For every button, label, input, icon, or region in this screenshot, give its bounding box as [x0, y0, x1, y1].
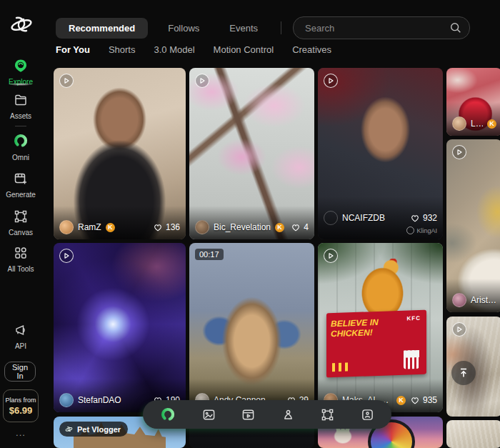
video-card-galaxy[interactable]: StefanDAO 190: [54, 243, 186, 412]
sidebar-item-explore[interactable]: Explore: [0, 59, 41, 86]
scroll-to-top-button[interactable]: [451, 361, 476, 385]
subnav-3-0-model[interactable]: 3.0 Model: [154, 44, 194, 57]
sidebar-label: Generate: [0, 191, 41, 199]
sidebar: Explore Assets Omni Ge: [0, 0, 41, 448]
like-button[interactable]: 932: [410, 213, 437, 223]
play-icon[interactable]: [195, 74, 209, 88]
like-button[interactable]: 935: [410, 395, 437, 405]
sidebar-label: All Tools: [0, 265, 41, 273]
sidebar-divider: [15, 126, 26, 126]
kfc-bucket-shape: [404, 350, 419, 369]
video-icon: [241, 408, 255, 422]
video-card-dog[interactable]: 00:17 Andy Cannon 29: [189, 243, 314, 412]
plans-button[interactable]: Plans from $6.99: [3, 389, 39, 422]
video-generation-button[interactable]: [241, 408, 255, 422]
character-icon: [281, 408, 295, 422]
like-count: 136: [166, 222, 180, 232]
explore-pin-icon: [14, 59, 28, 73]
avatar[interactable]: [59, 220, 74, 234]
tab-recommended[interactable]: Recommended: [56, 18, 148, 39]
search-icon[interactable]: [449, 21, 462, 34]
card-footer: LOVA K: [446, 102, 500, 136]
avatar[interactable]: [195, 220, 209, 234]
kling-logo-icon[interactable]: [7, 10, 36, 39]
username[interactable]: RamZ: [78, 222, 101, 232]
avatar[interactable]: [59, 393, 74, 407]
sidebar-more-button[interactable]: ...: [0, 427, 41, 438]
username[interactable]: NCAIFZDB: [342, 213, 385, 223]
subnav-creatives[interactable]: Creatives: [292, 44, 331, 57]
sidebar-item-all-tools[interactable]: All Tools: [0, 246, 41, 273]
video-card-fur-2[interactable]: [446, 420, 500, 448]
generate-icon: [14, 171, 28, 186]
like-count: 932: [423, 213, 437, 223]
sidebar-item-api[interactable]: API: [0, 323, 41, 350]
play-icon[interactable]: [452, 322, 466, 337]
username[interactable]: LOVA: [471, 119, 483, 129]
play-icon[interactable]: [452, 145, 466, 159]
tab-events[interactable]: Events: [219, 18, 268, 39]
username[interactable]: StefanDAO: [78, 395, 121, 405]
sidebar-item-omni[interactable]: Omni: [0, 133, 41, 161]
video-card-kfc[interactable]: BELIEVE IN CHICKEN! KFC Maks_AI_Creator …: [318, 243, 443, 412]
kling-creator-badge-icon: K: [106, 223, 115, 232]
pet-vlogger-tag[interactable]: Pet Vlogger: [59, 422, 128, 437]
card-footer: Bic_Revelation K 4: [189, 206, 314, 239]
play-icon[interactable]: [59, 249, 74, 263]
character-button[interactable]: [281, 408, 295, 422]
heart-icon: [291, 222, 301, 232]
video-card-blossom[interactable]: Bic_Revelation K 4: [189, 68, 314, 239]
sidebar-item-assets[interactable]: Assets: [0, 93, 41, 120]
all-tools-grid-icon: [14, 246, 28, 260]
billboard-text: CHICKEN!: [331, 326, 422, 339]
subnav-motion-control[interactable]: Motion Control: [214, 44, 274, 57]
tab-follows[interactable]: Follows: [158, 18, 209, 39]
kling-creator-badge-icon: K: [396, 396, 406, 405]
sidebar-item-canvas[interactable]: Canvas: [0, 209, 41, 237]
search-bar[interactable]: [293, 16, 470, 39]
play-icon[interactable]: [324, 74, 338, 88]
sidebar-item-generate[interactable]: Generate: [0, 171, 41, 199]
username[interactable]: Bic_Revelation: [214, 222, 271, 232]
image-icon: [202, 408, 216, 422]
play-icon[interactable]: [59, 74, 74, 88]
canvas-frame-icon: [14, 209, 28, 224]
avatar[interactable]: [452, 116, 466, 131]
image-generation-button[interactable]: [202, 408, 216, 422]
sign-in-button[interactable]: Sign In: [4, 362, 36, 382]
video-thumbnail: [446, 420, 500, 448]
canvas-frame-icon: [321, 408, 334, 422]
omni-button[interactable]: [160, 407, 176, 422]
card-footer: Aristela: [446, 279, 500, 312]
duration-badge: 00:17: [195, 249, 224, 260]
omni-ring-icon: [13, 133, 29, 149]
heart-icon: [410, 395, 420, 405]
folder-icon: [14, 93, 28, 107]
subnav-for-you[interactable]: For You: [56, 44, 90, 57]
creation-toolbar: [143, 400, 391, 429]
sidebar-label: Canvas: [0, 229, 41, 237]
like-button[interactable]: 4: [291, 222, 309, 232]
subnav-shorts[interactable]: Shorts: [109, 44, 136, 57]
play-icon[interactable]: [324, 249, 338, 263]
megaphone-icon: [14, 323, 28, 337]
arrow-to-top-icon: [458, 367, 469, 379]
avatar[interactable]: [452, 293, 466, 307]
video-card-messi[interactable]: NCAIFZDB 932 KlingAI: [318, 68, 443, 239]
kling-creator-badge-icon: K: [275, 223, 284, 232]
canvas-button[interactable]: [321, 408, 334, 422]
explore-active-glow: [6, 84, 36, 86]
username[interactable]: Aristela: [471, 295, 496, 305]
video-card-aristela[interactable]: Aristela: [446, 139, 500, 312]
try-on-icon: [361, 408, 374, 422]
subnav: For You Shorts 3.0 Model Motion Control …: [56, 44, 331, 57]
video-card-lova[interactable]: LOVA K: [446, 68, 500, 136]
like-button[interactable]: 136: [153, 222, 180, 232]
klingai-watermark: KlingAI: [324, 227, 437, 234]
plans-label: Plans from: [5, 397, 36, 404]
video-card-ramz[interactable]: RamZ K 136: [54, 68, 186, 239]
card-footer: NCAIFZDB 932 KlingAI: [318, 196, 443, 239]
avatar[interactable]: [324, 211, 338, 225]
search-input[interactable]: [304, 22, 449, 34]
try-on-button[interactable]: [361, 408, 374, 422]
